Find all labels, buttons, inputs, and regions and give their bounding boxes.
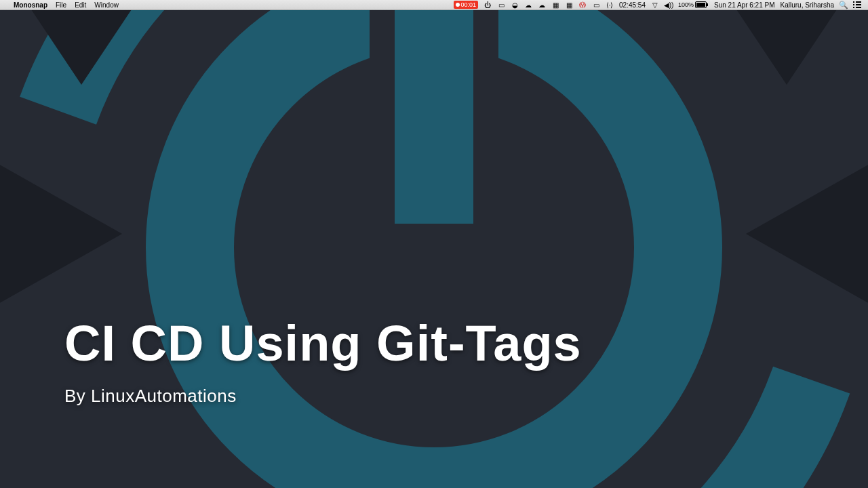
slide-subtitle: By LinuxAutomations <box>64 386 582 407</box>
user-name[interactable]: Kalluru, Sriharsha <box>778 0 837 10</box>
recording-time: 00:01 <box>461 1 477 9</box>
record-icon <box>456 3 460 7</box>
menu-bar-left: Monosnap File Edit Window <box>0 0 123 9</box>
status-icon-screenshot[interactable]: ▭ <box>494 1 508 9</box>
svg-rect-2 <box>696 3 705 7</box>
menu-file[interactable]: File <box>52 0 71 10</box>
status-icon-brave[interactable]: ◒ <box>508 1 521 9</box>
status-icon-menu[interactable]: ▦ <box>562 1 576 9</box>
spotlight-icon[interactable]: 🔍 <box>837 1 850 9</box>
battery-percent: 100% <box>678 0 694 10</box>
menu-edit[interactable]: Edit <box>71 0 90 10</box>
status-icon-cloud2[interactable]: ☁ <box>535 1 549 9</box>
screen-recording-indicator[interactable]: 00:01 <box>451 1 481 9</box>
clock[interactable]: Sun 21 Apr 6:21 PM <box>711 0 778 10</box>
volume-icon[interactable]: ◀)) <box>662 1 675 9</box>
svg-rect-8 <box>395 10 473 224</box>
macos-menu-bar: Monosnap File Edit Window 00:01 ⏻ ▭ ◒ ☁ … <box>0 0 868 10</box>
slide-title: CI CD Using Git-Tags <box>64 314 582 372</box>
status-icon-cloud1[interactable]: ☁ <box>521 1 535 9</box>
menu-window[interactable]: Window <box>90 0 123 10</box>
status-timer[interactable]: 02:45:54 <box>616 0 648 10</box>
slide-title-block: CI CD Using Git-Tags By LinuxAutomations <box>64 314 582 407</box>
svg-rect-1 <box>707 3 708 6</box>
status-icon-network[interactable]: ⟨·⟩ <box>603 1 616 9</box>
presentation-slide: CI CD Using Git-Tags By LinuxAutomations <box>0 10 868 488</box>
menu-bar-right: 00:01 ⏻ ▭ ◒ ☁ ☁ ▦ ▦ Ⓜ ▭ ⟨·⟩ 02:45:54 ▽ ◀… <box>451 0 869 9</box>
status-icon-display[interactable]: ▭ <box>589 1 603 9</box>
status-icon-1[interactable]: ⏻ <box>481 1 494 9</box>
slide-background-graphic <box>0 10 868 488</box>
status-icon-calendar[interactable]: ▦ <box>549 1 562 9</box>
app-menu[interactable]: Monosnap <box>9 0 52 10</box>
notification-center-icon[interactable] <box>850 1 864 8</box>
status-icon-mcafee[interactable]: Ⓜ <box>576 1 589 9</box>
wifi-icon[interactable]: ▽ <box>648 1 662 9</box>
battery-status[interactable]: 100% <box>675 0 711 10</box>
battery-icon <box>695 1 709 8</box>
